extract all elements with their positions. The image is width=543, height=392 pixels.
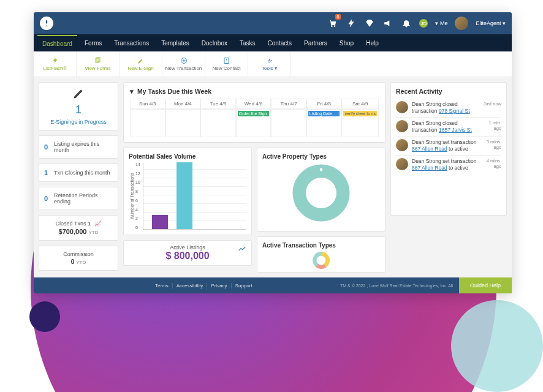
trend-icon[interactable]: 📈	[94, 221, 101, 227]
nav-shop[interactable]: Shop	[335, 36, 359, 51]
tool-view-forms[interactable]: View Forms	[77, 51, 120, 77]
bolt-icon	[51, 57, 59, 64]
svg-point-7	[299, 171, 343, 214]
footer-link-accessibility[interactable]: Accessibility	[173, 283, 208, 288]
decorative-blob-teal	[451, 300, 543, 392]
plus-icon	[180, 57, 188, 64]
footer-link-terms[interactable]: Terms	[151, 283, 173, 288]
tool-new-contact[interactable]: New Contact	[205, 51, 248, 77]
eliteagent-menu[interactable]: EliteAgent ▾	[476, 20, 506, 26]
tasks-day-header: Wed 4/6	[236, 99, 272, 109]
activity-link[interactable]: 867 Allen Road	[412, 146, 447, 152]
esign-label: E-Signings in Progress	[44, 119, 113, 125]
guided-help-button[interactable]: Guided Help	[459, 277, 512, 293]
trend-icon[interactable]	[238, 244, 246, 253]
activity-link[interactable]: 1657 Jarvis St	[439, 127, 472, 133]
nav-contacts[interactable]: Contacts	[263, 36, 297, 51]
activity-time: 3 mins. ago	[480, 139, 501, 153]
nav-templates[interactable]: Templates	[156, 36, 194, 51]
activity-time: 4 mins. ago	[480, 158, 501, 172]
tasks-day-header: Fri 4/8	[306, 99, 342, 109]
chart-yaxis: 14121086420	[135, 162, 143, 230]
task-event[interactable]: Order the Sign	[238, 111, 270, 116]
nav-docinbox[interactable]: DocInbox	[197, 36, 232, 51]
middle-column: ▾ My Tasks Due this Week Sun 4/3Mon 4/4T…	[123, 82, 385, 273]
nav-partners[interactable]: Partners	[299, 36, 332, 51]
nav-help[interactable]: Help	[361, 36, 384, 51]
stat-label: Listing expires this month	[54, 141, 113, 153]
megaphone-icon[interactable]	[382, 18, 393, 29]
activity-time: Just now	[480, 101, 501, 115]
topbar: 0 JD ▾ Me EliteAgent ▾	[34, 12, 512, 34]
property-types-chart	[290, 162, 352, 224]
tasks-card: ▾ My Tasks Due this Week Sun 4/3Mon 4/4T…	[123, 82, 385, 143]
stat-row[interactable]: 1Txn Closing this month	[39, 164, 118, 182]
activity-text: Dean Strong set transaction 867 Allen Ro…	[412, 139, 477, 153]
tool-tools[interactable]: Tools ▾	[248, 51, 291, 77]
tasks-day-cell[interactable]	[200, 109, 236, 137]
stat-count: 1	[44, 169, 50, 176]
closed-amount: $700,000 YTD	[44, 228, 113, 235]
activity-text: Dean Strong set transaction 867 Allen Ro…	[412, 158, 477, 172]
tasks-day-cell[interactable]: Listing Date	[306, 109, 342, 137]
copy-icon	[94, 57, 102, 64]
bell-icon[interactable]	[401, 18, 412, 29]
nav-transactions[interactable]: Transactions	[109, 36, 154, 51]
me-chip[interactable]: JD	[419, 19, 428, 28]
svg-point-8	[320, 168, 323, 172]
esign-count: 1	[44, 104, 113, 116]
brand-logo	[40, 17, 53, 30]
footer-link-privacy[interactable]: Privacy	[207, 283, 231, 288]
task-event[interactable]: verify clear to cs	[343, 111, 377, 116]
transaction-types-title: Active Transaction Types	[262, 242, 380, 249]
sales-volume-title: Potential Sales Volume	[129, 153, 246, 160]
activity-text: Dean Strong closed transaction 1657 Jarv…	[412, 120, 477, 134]
stat-count: 0	[44, 195, 50, 202]
esign-card[interactable]: 1 E-Signings in Progress	[39, 82, 118, 130]
nav-dashboard[interactable]: Dashboard	[37, 35, 77, 51]
footer-link-support[interactable]: Support	[232, 283, 256, 288]
stat-row[interactable]: 0Retention Periods ending	[39, 187, 118, 210]
tasks-day-cell[interactable]: verify clear to cs	[341, 109, 379, 137]
task-event[interactable]: Listing Date	[308, 111, 340, 116]
transaction-types-chart	[290, 251, 352, 270]
tasks-header[interactable]: ▾ My Tasks Due this Week	[130, 88, 379, 95]
tasks-day-header: Sat 4/9	[341, 99, 379, 109]
svg-point-6	[226, 59, 227, 61]
tasks-day-cell[interactable]: Order the Sign	[236, 109, 272, 137]
commission-card: Commission 0 YTD	[39, 246, 118, 271]
nav-tasks[interactable]: Tasks	[235, 36, 260, 51]
nav-forms[interactable]: Forms	[80, 36, 107, 51]
active-listings-title: Active Listings	[129, 244, 246, 251]
wrench-icon	[266, 57, 273, 64]
tasks-day-cell[interactable]	[130, 109, 165, 137]
chart-ylabel: Number of Transactions	[129, 162, 135, 230]
activity-avatar	[396, 158, 408, 170]
diamond-icon[interactable]	[364, 18, 375, 29]
tool-new-transaction[interactable]: New Transaction	[162, 51, 205, 77]
right-column: Recent Activity Dean Strong closed trans…	[390, 82, 507, 273]
footer-copyright: TM & © 2022 , Lone Wolf Real Estate Tech…	[340, 284, 453, 288]
closed-txns-card: Closed Txns 1 📈 $700,000 YTD	[39, 215, 118, 241]
me-label[interactable]: ▾ Me	[435, 20, 447, 26]
bolt-icon[interactable]	[346, 18, 357, 29]
active-listings-value: $ 800,000	[129, 251, 246, 262]
tool-new-e-sign[interactable]: New E-Sign	[120, 51, 162, 77]
activity-link[interactable]: 978 Signal St	[439, 108, 470, 114]
tasks-day-cell[interactable]	[165, 109, 201, 137]
user-avatar[interactable]	[455, 17, 468, 30]
pen-nib-icon	[72, 88, 85, 100]
property-types-card: Active Property Types	[257, 148, 385, 232]
sales-volume-card: Potential Sales Volume Number of Transac…	[123, 148, 252, 235]
tasks-day-cell[interactable]	[271, 109, 306, 137]
tool-listflash-[interactable]: ListFlash®	[34, 51, 77, 77]
stat-row[interactable]: 0Listing expires this month	[39, 135, 118, 159]
contact-icon	[223, 57, 230, 64]
bar-B	[177, 162, 192, 229]
closed-txns-line: Closed Txns 1 📈	[44, 221, 113, 227]
activity-link[interactable]: 867 Allen Road	[412, 165, 447, 171]
cart-icon[interactable]: 0	[327, 18, 338, 29]
middle-row-2: Potential Sales Volume Number of Transac…	[123, 148, 385, 273]
tasks-day-header: Sun 4/3	[130, 99, 165, 109]
decorative-blob-dark	[29, 301, 60, 332]
